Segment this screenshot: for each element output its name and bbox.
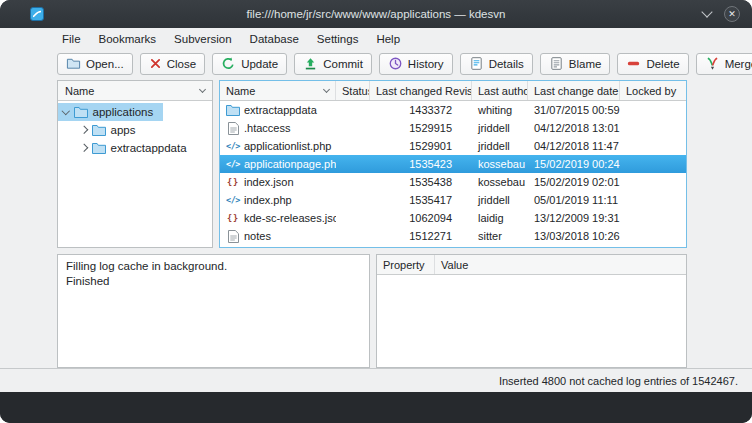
collapse-icon[interactable] [62, 107, 70, 115]
menu-database[interactable]: Database [241, 28, 308, 49]
close-icon: ✕ [728, 10, 736, 19]
close-file-icon [149, 57, 162, 72]
commit-icon [303, 56, 318, 73]
merge-icon [705, 56, 720, 73]
column-header-status[interactable]: Status [336, 81, 370, 100]
column-header-author[interactable]: Last author [472, 81, 528, 100]
php-file-icon: </> [226, 141, 240, 151]
json-file-icon: {} [226, 213, 240, 223]
expand-icon[interactable] [80, 144, 88, 152]
main-split: Name applications apps [57, 80, 687, 248]
file-row-selected[interactable]: </>applicationpage.php 1535423 kossebau … [220, 155, 686, 173]
properties-header: Property Value [377, 255, 686, 275]
tree-item-extractappdata[interactable]: extractappdata [76, 139, 197, 157]
blame-icon [549, 56, 564, 73]
json-file-icon: {} [226, 177, 240, 187]
file-row[interactable]: </>index.php 1535417 jriddell 05/01/2019… [220, 191, 686, 209]
titlebar[interactable]: file:///home/jr/src/www/www/applications… [0, 0, 752, 28]
file-row[interactable]: extractappdata 1433372 whiting 31/07/201… [220, 101, 686, 119]
tree-item-applications[interactable]: applications [58, 103, 163, 121]
update-button[interactable]: Update [212, 53, 287, 75]
chevron-down-icon [199, 86, 206, 93]
folder-icon [92, 124, 106, 136]
file-list-panel[interactable]: Name Status Last changed Revision Last a… [219, 80, 687, 248]
delete-icon [626, 56, 641, 73]
php-file-icon: </> [226, 195, 240, 205]
menu-subversion[interactable]: Subversion [165, 28, 241, 49]
kdesvn-window: file:///home/jr/src/www/www/applications… [0, 0, 752, 423]
column-header-property[interactable]: Property [377, 255, 435, 274]
text-file-icon [226, 122, 240, 135]
file-list-header: Name Status Last changed Revision Last a… [220, 81, 686, 101]
log-output-panel[interactable]: Filling log cache in background. Finishe… [57, 254, 370, 368]
bottom-panel [0, 392, 752, 423]
column-header-locked[interactable]: Locked by [620, 81, 686, 100]
delete-button[interactable]: Delete [617, 53, 688, 75]
bottom-split: Filling log cache in background. Finishe… [57, 254, 687, 368]
history-icon [388, 56, 403, 73]
repository-tree-panel[interactable]: Name applications apps [57, 80, 213, 248]
app-icon [30, 7, 44, 21]
tree-header[interactable]: Name [58, 81, 212, 101]
menubar: File Bookmarks Subversion Database Setti… [0, 28, 752, 49]
toolbar: Open... Close Update Commit History Deta… [0, 49, 752, 79]
php-file-icon: </> [226, 159, 240, 169]
file-row[interactable]: notes 1512271 sitter 13/03/2018 10:26 [220, 227, 686, 245]
properties-body [377, 275, 686, 367]
menu-file[interactable]: File [57, 28, 90, 49]
update-icon [221, 56, 236, 73]
merge-button[interactable]: Merge [696, 53, 752, 75]
folder-icon [226, 104, 240, 116]
tree-item-apps[interactable]: apps [76, 121, 145, 139]
file-row[interactable]: {}kde-sc-releases.json 1062094 laidig 13… [220, 209, 686, 227]
text-file-icon [226, 230, 240, 243]
column-header-revision[interactable]: Last changed Revision [370, 81, 472, 100]
history-button[interactable]: History [379, 53, 453, 75]
open-icon [66, 56, 81, 73]
column-header-value[interactable]: Value [435, 255, 686, 274]
menu-help[interactable]: Help [367, 28, 409, 49]
column-header-date[interactable]: Last change date [528, 81, 620, 100]
properties-panel[interactable]: Property Value [376, 254, 687, 368]
log-line: Finished [66, 274, 361, 289]
log-line: Filling log cache in background. [66, 259, 361, 274]
details-icon [469, 56, 484, 73]
details-button[interactable]: Details [460, 53, 533, 75]
file-row[interactable]: </>applicationlist.php 1529901 jriddell … [220, 137, 686, 155]
tree-body: applications apps extractappdata [58, 101, 212, 157]
folder-icon [92, 142, 106, 154]
statusbar: Inserted 4800 not cached log entries of … [0, 368, 752, 392]
chevron-down-icon [323, 86, 330, 93]
column-header-name[interactable]: Name [220, 81, 336, 100]
folder-icon [74, 106, 88, 118]
titlebar-chevron-icon[interactable] [701, 6, 712, 17]
expand-icon[interactable] [80, 126, 88, 134]
close-window-button[interactable]: ✕ [724, 6, 740, 22]
commit-button[interactable]: Commit [294, 53, 372, 75]
open-button[interactable]: Open... [57, 53, 133, 75]
window-title: file:///home/jr/src/www/www/applications… [247, 8, 506, 20]
status-message: Inserted 4800 not cached log entries of … [499, 375, 738, 387]
blame-button[interactable]: Blame [540, 53, 611, 75]
file-row[interactable]: .htaccess 1529915 jriddell 04/12/2018 13… [220, 119, 686, 137]
file-row[interactable]: {}index.json 1535438 kossebau 15/02/2019… [220, 173, 686, 191]
window-body: File Bookmarks Subversion Database Setti… [0, 28, 752, 392]
menu-settings[interactable]: Settings [308, 28, 368, 49]
close-button[interactable]: Close [140, 53, 205, 75]
menu-bookmarks[interactable]: Bookmarks [90, 28, 166, 49]
